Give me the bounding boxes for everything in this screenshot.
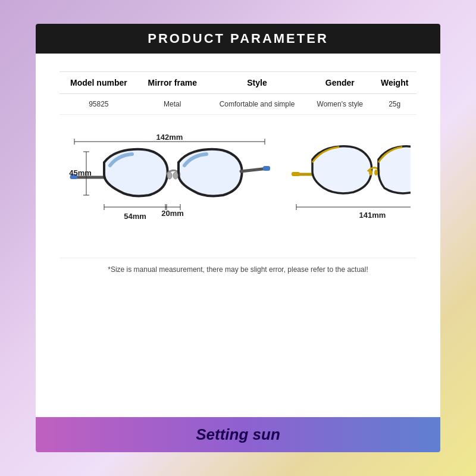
svg-rect-24 — [292, 172, 300, 176]
svg-point-4 — [167, 172, 172, 179]
glasses-diagram: 142mm 45mm 20mm 54mm — [65, 115, 411, 252]
param-table: Model number Mirror frame Style Gender W… — [60, 71, 416, 115]
svg-text:142mm: 142mm — [156, 133, 183, 142]
svg-text:54mm: 54mm — [124, 212, 146, 221]
val-weight: 25g — [372, 94, 416, 115]
col-frame: Mirror frame — [138, 72, 207, 94]
header-title: PRODUCT PARAMETER — [148, 31, 328, 46]
diagram-area: 142mm 45mm 20mm 54mm — [65, 115, 411, 252]
svg-text:141mm: 141mm — [359, 211, 386, 220]
col-gender: Gender — [307, 72, 372, 94]
col-model: Model number — [60, 72, 138, 94]
svg-point-5 — [173, 172, 178, 179]
footer: Setting sun — [36, 417, 440, 452]
svg-text:20mm: 20mm — [161, 209, 184, 218]
product-card: PRODUCT PARAMETER Model number Mirror fr… — [36, 24, 440, 452]
val-model: 95825 — [60, 94, 138, 115]
content-area: Model number Mirror frame Style Gender W… — [36, 54, 440, 417]
page-title: PRODUCT PARAMETER — [36, 24, 440, 54]
val-frame: Metal — [138, 94, 207, 115]
val-gender: Women's style — [307, 94, 372, 115]
svg-rect-3 — [263, 166, 270, 171]
svg-point-25 — [369, 170, 372, 176]
svg-text:45mm: 45mm — [69, 168, 92, 177]
footnote: *Size is manual measurement, there may b… — [60, 258, 416, 275]
val-style: Comfortable and simple — [207, 94, 307, 115]
footer-text: Setting sun — [196, 425, 280, 443]
col-weight: Weight — [372, 72, 416, 94]
svg-point-26 — [374, 170, 378, 176]
col-style: Style — [207, 72, 307, 94]
footnote-text: *Size is manual measurement, there may b… — [108, 265, 368, 274]
